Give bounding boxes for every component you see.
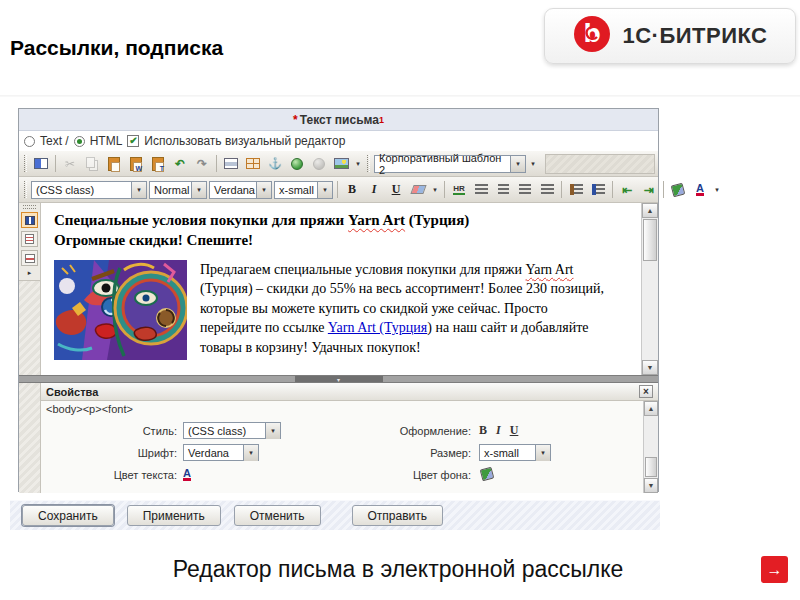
text-mode-radio[interactable] bbox=[24, 136, 35, 147]
css-class-select[interactable]: (CSS class) ▾ bbox=[31, 181, 147, 199]
insert-link-button[interactable] bbox=[287, 154, 307, 173]
more-format-button[interactable]: ▾ bbox=[430, 180, 440, 199]
split-view-button[interactable] bbox=[221, 154, 241, 173]
toolbar-grip[interactable] bbox=[24, 155, 27, 172]
rail-expander[interactable]: ▸ bbox=[28, 269, 32, 277]
layout-view-button[interactable] bbox=[31, 154, 51, 173]
bitrix-logo-text: 1С·БИТРИКС bbox=[622, 23, 767, 49]
font-color-button[interactable]: A bbox=[690, 180, 710, 199]
rail-grip[interactable] bbox=[23, 205, 36, 209]
text-color-icon[interactable]: A bbox=[183, 468, 191, 481]
email-body-canvas[interactable]: Специальные условия покупки для пряжи Ya… bbox=[41, 203, 641, 375]
save-button[interactable]: Сохранить bbox=[22, 505, 114, 526]
paste-as-text-button[interactable]: T bbox=[148, 154, 168, 173]
remove-format-button[interactable] bbox=[408, 180, 428, 199]
scroll-up-icon[interactable]: ▲ bbox=[642, 203, 658, 218]
cancel-button[interactable]: Отменить bbox=[234, 505, 321, 526]
action-bar: Сохранить Применить Отменить Отправить bbox=[10, 500, 660, 530]
remove-link-button[interactable] bbox=[309, 154, 329, 173]
bold-toggle[interactable]: B bbox=[479, 423, 487, 438]
yarn-art-link[interactable]: Yarn Art (Турция bbox=[328, 320, 427, 335]
font-size-select[interactable]: x-small ▾ bbox=[274, 181, 333, 199]
splitter-handle[interactable]: ▾ bbox=[295, 376, 383, 382]
insert-table-button[interactable] bbox=[243, 154, 263, 173]
align-left-button[interactable] bbox=[471, 180, 491, 199]
copy-button[interactable] bbox=[82, 154, 102, 173]
cut-button[interactable]: ✂ bbox=[60, 154, 80, 173]
paste-button[interactable] bbox=[104, 154, 124, 173]
unordered-list-button[interactable] bbox=[588, 180, 608, 199]
snippets-panel-button[interactable] bbox=[21, 231, 38, 247]
chevron-down-icon[interactable]: ▾ bbox=[317, 182, 332, 198]
align-justify-button[interactable] bbox=[537, 180, 557, 199]
chevron-down-icon[interactable]: ▾ bbox=[191, 182, 206, 198]
background-color-button[interactable] bbox=[668, 180, 688, 199]
chevron-down-icon[interactable]: ▾ bbox=[535, 445, 550, 461]
paragraph-format-value: Normal bbox=[154, 184, 189, 196]
properties-left-hatch bbox=[19, 383, 41, 493]
content-scrollbar[interactable]: ▲ ▼ bbox=[641, 203, 658, 375]
template-select[interactable]: Корпоративный шаблон 2 ▾ bbox=[374, 155, 526, 173]
italic-button[interactable]: I bbox=[364, 180, 384, 199]
send-button[interactable]: Отправить bbox=[352, 505, 444, 526]
bg-color-icon[interactable] bbox=[480, 467, 495, 482]
more-format-button[interactable]: ▾ bbox=[712, 180, 722, 199]
chevron-down-icon[interactable]: ▾ bbox=[131, 182, 146, 198]
properties-scrollbar[interactable]: ▲ ▼ bbox=[643, 401, 658, 493]
close-icon[interactable]: × bbox=[639, 385, 653, 398]
scroll-down-icon[interactable]: ▼ bbox=[644, 478, 658, 493]
template-more-button[interactable]: ▾ bbox=[528, 154, 538, 173]
chevron-down-icon[interactable]: ▾ bbox=[510, 156, 525, 172]
chevron-down-icon[interactable]: ▾ bbox=[265, 423, 280, 439]
align-right-icon bbox=[519, 184, 531, 195]
toolbar-grip[interactable] bbox=[24, 181, 27, 198]
paste-icon bbox=[108, 157, 120, 171]
size-select[interactable]: x-small ▾ bbox=[479, 444, 551, 461]
insert-image-button[interactable] bbox=[331, 154, 351, 173]
template-select-value: Корпоративный шаблон 2 bbox=[379, 152, 510, 176]
properties-form: <body><p><font> Стиль: (CSS class) ▾ Шри… bbox=[41, 401, 643, 493]
scrollbar-track[interactable] bbox=[642, 262, 658, 360]
redo-button[interactable]: ↷ bbox=[192, 154, 212, 173]
scroll-down-icon[interactable]: ▼ bbox=[642, 360, 658, 375]
toolbar-format: (CSS class) ▾ Normal ▾ Verdana ▾ x-small… bbox=[19, 177, 658, 203]
scrollbar-thumb[interactable] bbox=[643, 219, 657, 261]
outdent-button[interactable]: ⇤ bbox=[617, 180, 637, 199]
scrollbar-track[interactable] bbox=[644, 416, 658, 456]
font-label: Шрифт: bbox=[69, 447, 177, 459]
next-slide-button[interactable]: → bbox=[761, 556, 788, 583]
align-right-button[interactable] bbox=[515, 180, 535, 199]
visual-editor-checkbox[interactable]: ✔ bbox=[127, 135, 139, 147]
undo-button[interactable]: ↶ bbox=[170, 154, 190, 173]
layers-panel-button[interactable] bbox=[21, 250, 38, 266]
align-justify-icon bbox=[541, 184, 554, 195]
paste-from-word-button[interactable]: W bbox=[126, 154, 146, 173]
scroll-up-icon[interactable]: ▲ bbox=[644, 401, 658, 416]
components-panel-button[interactable] bbox=[21, 212, 38, 228]
chevron-down-icon[interactable]: ▾ bbox=[256, 182, 271, 198]
email-artwork-image bbox=[54, 260, 187, 360]
apply-button[interactable]: Применить bbox=[127, 505, 221, 526]
insert-anchor-button[interactable]: ⚓ bbox=[265, 154, 285, 173]
html-mode-radio[interactable] bbox=[74, 136, 85, 147]
font-select[interactable]: Verdana ▾ bbox=[183, 444, 259, 461]
insert-hr-button[interactable]: HR bbox=[449, 180, 469, 199]
style-select[interactable]: (CSS class) ▾ bbox=[183, 422, 281, 439]
tag-breadcrumb[interactable]: <body><p><font> bbox=[46, 403, 133, 415]
toolbar-grip[interactable] bbox=[367, 155, 370, 172]
panes-icon bbox=[25, 254, 35, 263]
underline-toggle[interactable]: U bbox=[510, 423, 519, 438]
scrollbar-thumb[interactable] bbox=[645, 457, 657, 477]
slide-caption: Редактор письма в электронной рассылке bbox=[173, 556, 624, 583]
paragraph-format-select[interactable]: Normal ▾ bbox=[149, 181, 207, 199]
font-family-select[interactable]: Verdana ▾ bbox=[209, 181, 272, 199]
chevron-down-icon[interactable]: ▾ bbox=[243, 445, 258, 461]
panel-splitter[interactable]: ▾ bbox=[19, 375, 658, 383]
more-tools-button[interactable]: ▾ bbox=[353, 154, 363, 173]
align-center-button[interactable] bbox=[493, 180, 513, 199]
underline-button[interactable]: U bbox=[386, 180, 406, 199]
bold-button[interactable]: B bbox=[342, 180, 362, 199]
italic-toggle[interactable]: I bbox=[496, 423, 501, 438]
ordered-list-button[interactable] bbox=[566, 180, 586, 199]
indent-button[interactable]: ⇥ bbox=[639, 180, 659, 199]
